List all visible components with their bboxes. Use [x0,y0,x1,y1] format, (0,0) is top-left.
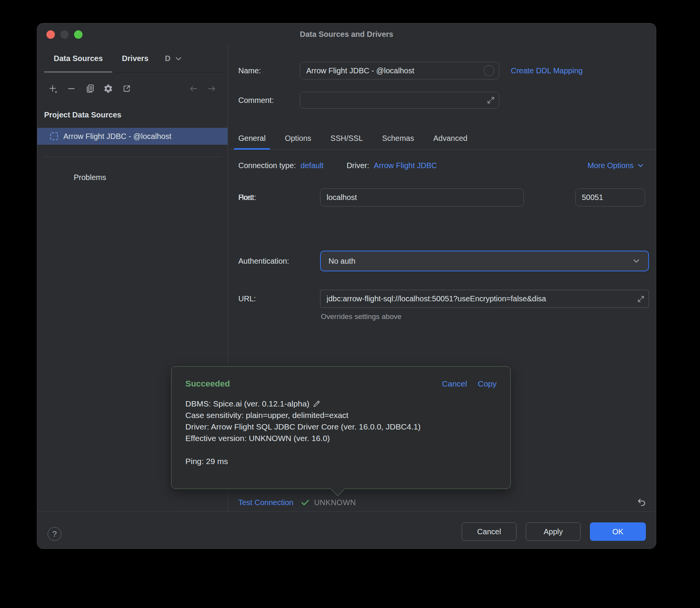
name-row: Name: Create DDL Mapping [228,62,656,79]
tab-data-sources[interactable]: Data Sources [44,45,112,72]
select-chevron-down-icon [632,257,641,265]
url-input[interactable] [320,290,649,307]
more-options-chevron-icon [637,162,644,169]
revert-icon[interactable] [636,497,647,508]
url-field [320,290,649,308]
more-options-label: More Options [588,161,634,170]
remove-data-source-icon[interactable] [66,84,76,94]
driver-value-link[interactable]: Arrow Flight JDBC [374,161,437,170]
test-connection-result-popup: Succeeded Cancel Copy DBMS: Spice.ai (ve… [171,366,511,489]
connection-type-label: Connection type: [238,161,296,170]
popup-version-line: Effective version: UNKNOWN (ver. 16.0) [185,433,497,444]
tab-general[interactable]: General [238,127,266,149]
tab-schemas[interactable]: Schemas [382,127,414,149]
url-expand-icon[interactable] [637,295,645,303]
data-source-label: Arrow Flight JDBC - @localhost [63,132,171,141]
tab-options[interactable]: Options [285,127,311,149]
comment-expand-icon[interactable] [486,96,495,105]
data-source-list-item[interactable]: Arrow Flight JDBC - @localhost [37,128,228,145]
port-label: Port: [238,193,254,202]
cancel-button[interactable]: Cancel [462,522,517,541]
sidebar-toolbar [37,81,228,96]
ok-button[interactable]: OK [590,522,646,541]
test-connection-link[interactable]: Test Connection [238,498,293,507]
url-hint: Overrides settings above [321,312,401,321]
url-row: URL: [228,290,656,308]
data-source-icon [50,132,58,140]
tab-drivers[interactable]: Drivers [112,45,158,72]
tab-truncated-label: D [165,54,170,63]
popup-header: Succeeded Cancel Copy [185,379,497,389]
edit-pencil-icon[interactable] [312,400,321,408]
comment-row: Comment: [228,92,656,109]
sidebar-item-problems[interactable]: Problems [37,172,228,183]
project-data-sources-header: Project Data Sources [44,109,121,120]
popup-dbms-line: DBMS: Spice.ai (ver. 0.12.1-alpha) [185,398,497,410]
popup-details: DBMS: Spice.ai (ver. 0.12.1-alpha) Case … [185,398,497,467]
authentication-row: Authentication: No auth [228,251,656,271]
dialog-footer: ? Cancel Apply OK [37,511,656,549]
authentication-value: No auth [329,257,355,266]
host-input[interactable] [320,189,523,206]
sidebar-divider [45,157,221,157]
popup-driver-line: Driver: Arrow Flight SQL JDBC Driver Cor… [185,421,497,433]
connection-type-value-link[interactable]: default [300,161,324,170]
tab-data-sources-label: Data Sources [54,54,103,63]
more-options-link[interactable]: More Options [588,161,644,170]
window-title: Data Sources and Drivers [37,23,656,45]
name-label: Name: [238,66,261,75]
comment-field [300,92,499,109]
popup-status: Succeeded [185,379,230,389]
popup-case-line: Case sensitivity: plain=upper, delimited… [185,410,497,421]
name-field [300,62,499,79]
data-sources-and-drivers-dialog: Data Sources and Drivers Data Sources Dr… [37,23,656,549]
tab-drivers-label: Drivers [122,54,149,63]
popup-copy-link[interactable]: Copy [478,379,497,388]
titlebar: Data Sources and Drivers [37,23,656,45]
connection-status-text: UNKNOWN [314,498,356,507]
connection-type-row: Connection type: default Driver: Arrow F… [228,160,644,171]
open-in-new-icon[interactable] [122,84,132,94]
popup-ping-line: Ping: 29 ms [185,456,497,467]
add-data-source-icon[interactable] [48,84,58,94]
port-field [575,188,645,207]
tab-schemas-label: Schemas [382,134,414,143]
success-check-icon [300,497,310,507]
help-question-icon: ? [52,529,57,539]
name-generate-toggle-icon[interactable] [484,65,494,76]
tab-general-label: General [238,134,266,143]
driver-label: Driver: [347,161,369,170]
url-label: URL: [238,294,256,303]
duplicate-icon[interactable] [85,84,95,94]
comment-input[interactable] [300,92,499,108]
help-button[interactable]: ? [48,527,61,541]
settings-gear-icon[interactable] [103,84,113,94]
tab-ssh-ssl-label: SSH/SSL [330,134,363,143]
test-connection-bar: Test Connection UNKNOWN [228,493,656,512]
authentication-label: Authentication: [238,257,289,266]
apply-button[interactable]: Apply [526,522,581,541]
desktop-background: Data Sources and Drivers Data Sources Dr… [0,0,700,608]
comment-label: Comment: [238,96,274,105]
create-ddl-mapping-link[interactable]: Create DDL Mapping [511,66,583,75]
forward-arrow-icon[interactable] [207,84,217,94]
port-input[interactable] [576,189,645,206]
popup-dbms-text: DBMS: Spice.ai (ver. 0.12.1-alpha) [185,398,309,410]
popup-cancel-link[interactable]: Cancel [442,379,467,388]
back-arrow-icon[interactable] [188,84,198,94]
tabs-overflow-chevron-icon[interactable] [174,55,183,63]
tab-ssh-ssl[interactable]: SSH/SSL [330,127,363,149]
problems-label: Problems [74,173,106,182]
name-input[interactable] [300,62,499,79]
tab-truncated[interactable]: D [158,45,173,72]
tab-advanced-label: Advanced [433,134,467,143]
host-port-row: Host: Port: [228,188,656,207]
host-field [320,188,524,207]
sidebar-tab-strip: Data Sources Drivers D [37,45,228,73]
authentication-select[interactable]: No auth [320,251,649,271]
tab-options-label: Options [285,134,311,143]
settings-tab-bar: General Options SSH/SSL Schemas Advanced [228,127,656,150]
tab-advanced[interactable]: Advanced [433,127,467,149]
